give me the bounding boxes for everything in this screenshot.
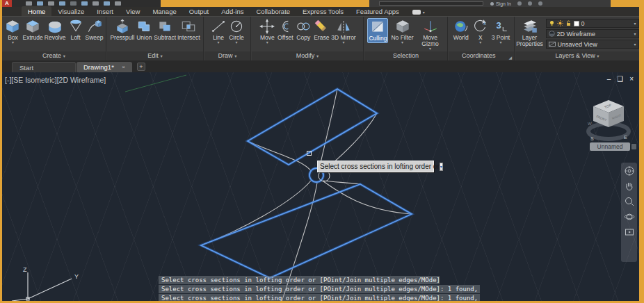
3-point-button[interactable]: 3 3 Point ▾	[491, 18, 510, 45]
qat-button[interactable]	[59, 1, 65, 6]
panel-selection-footer[interactable]: Selection	[364, 51, 447, 60]
tooltip-text: Select cross sections in lofting order o…	[320, 163, 440, 170]
intersect-button[interactable]: Intersect	[177, 18, 201, 42]
chevron-down-icon: ▾	[234, 54, 236, 58]
copy-button[interactable]: Copy	[294, 18, 312, 42]
offset-button[interactable]: Offset	[276, 18, 294, 42]
sign-in-button[interactable]: Sign In	[490, 1, 511, 6]
loft-button[interactable]: Loft	[67, 18, 85, 42]
chevron-down-icon: ▾	[634, 31, 636, 36]
infocenter-icon[interactable]	[517, 1, 522, 6]
viewcube-view-name[interactable]: Unnamed	[590, 142, 630, 151]
qat-button[interactable]	[81, 1, 88, 6]
tab-addins[interactable]: Add-ins	[215, 6, 250, 16]
close-tab-icon[interactable]: ×	[122, 64, 125, 70]
chevron-down-icon: ▾	[479, 41, 481, 44]
x-axis-icon: x	[472, 19, 489, 34]
compass-south-label[interactable]: S	[590, 136, 594, 141]
line-button[interactable]: Line ▾	[209, 18, 227, 45]
qat-button[interactable]	[37, 1, 43, 6]
infocenter-search-input[interactable]	[379, 1, 483, 6]
tab-start[interactable]: Start	[12, 62, 76, 72]
command-history-line[interactable]: Select cross sections in lofting order o…	[159, 294, 480, 301]
chevron-down-icon: ▾	[160, 54, 162, 58]
x-rotate-button[interactable]: x X ▾	[472, 18, 490, 45]
qat-button[interactable]	[48, 1, 54, 6]
tab-view[interactable]: View	[120, 6, 146, 16]
move-gizmo-button[interactable]: Move Gizmo ▾	[417, 18, 444, 51]
pan-hand-icon[interactable]	[624, 181, 635, 192]
tab-home[interactable]: Home	[22, 6, 51, 16]
panel-create: Box ▾ Extrude Revolve Loft Sweep	[2, 17, 106, 61]
infocenter-icon[interactable]	[528, 1, 532, 6]
layer-dropdown[interactable]: 0 ▾	[546, 19, 639, 28]
culling-button[interactable]: Culling	[367, 18, 388, 43]
world-ucs-button[interactable]: World	[452, 18, 470, 42]
qat-button[interactable]	[92, 1, 99, 6]
no-filter-button[interactable]: No Filter ▾	[390, 18, 414, 45]
layer-properties-button[interactable]: Layer Properties	[516, 18, 544, 48]
zoom-magnifier-icon[interactable]	[624, 196, 635, 207]
viewcube-menu-button[interactable]	[631, 144, 636, 149]
app-logo-icon[interactable]: A	[2, 0, 12, 7]
tab-output[interactable]: Output	[183, 6, 216, 16]
panel-modify-footer[interactable]: Modify ▾	[252, 51, 363, 60]
move-gizmo-label: Move Gizmo	[417, 35, 444, 47]
pickbox-cursor	[307, 151, 312, 156]
navigation-wheel-icon[interactable]	[624, 165, 635, 177]
tab-visualize[interactable]: Visualize	[51, 6, 90, 16]
panel-coordinates-footer[interactable]: Coordinates ◢	[449, 51, 514, 60]
close-icon[interactable]: ×	[629, 75, 634, 83]
3d-mirror-button[interactable]: 3D Mirror ▾	[330, 18, 356, 45]
revolve-label: Revolve	[45, 35, 66, 41]
sun-icon	[557, 20, 563, 26]
person-icon	[490, 2, 494, 6]
chevron-down-icon: ▾	[63, 54, 65, 58]
restore-icon[interactable]: ❑	[617, 75, 623, 83]
compass-west-label[interactable]: W	[588, 122, 592, 126]
panel-layers-view-footer[interactable]: Layers & View ▾	[515, 51, 639, 60]
qat-button[interactable]	[70, 1, 77, 6]
qat-button[interactable]	[104, 1, 110, 6]
viewport-controls-label[interactable]: [-][SE Isometric][2D Wireframe]	[5, 76, 106, 84]
selected-cross-sections[interactable]	[201, 89, 412, 278]
tab-express-tools[interactable]: Express Tools	[296, 6, 350, 16]
ribbon-display-toggle[interactable]: ▾	[412, 10, 425, 16]
subtract-button[interactable]: Subtract	[153, 18, 177, 42]
svg-text:3: 3	[496, 20, 501, 31]
union-button[interactable]: Union	[135, 18, 153, 42]
named-view-dropdown[interactable]: Unsaved View ▾	[546, 40, 639, 49]
panel-draw-footer[interactable]: Draw ▾	[204, 51, 250, 60]
showmotion-icon[interactable]	[624, 227, 635, 238]
box-button[interactable]: Box ▾	[3, 18, 22, 45]
chevron-down-icon: ▾	[423, 10, 425, 15]
visual-style-dropdown[interactable]: 2D Wireframe ▾	[546, 29, 639, 38]
model-viewport[interactable]: Z Y [-][SE Isometric][2D Wireframe] – ❑ …	[2, 72, 639, 301]
tooltip-options-button[interactable]: ▾	[440, 163, 443, 171]
qat-button[interactable]	[26, 1, 32, 6]
orbit-icon[interactable]	[624, 211, 635, 222]
erase-icon	[313, 19, 330, 34]
minimize-icon[interactable]: –	[607, 75, 611, 83]
erase-button[interactable]: Erase	[312, 18, 330, 42]
tab-drawing1[interactable]: Drawing1* ×	[77, 62, 132, 72]
qat-button[interactable]	[115, 1, 121, 6]
sweep-button[interactable]: Sweep	[85, 18, 104, 42]
command-history-line: Select cross sections in lofting order o…	[159, 276, 440, 284]
tab-collaborate[interactable]: Collaborate	[250, 6, 296, 16]
revolve-button[interactable]: Revolve	[44, 18, 67, 42]
extrude-button[interactable]: Extrude	[22, 18, 43, 42]
panel-create-footer[interactable]: Create ▾	[2, 51, 106, 60]
move-button[interactable]: Move ▾	[258, 18, 276, 45]
circle-button[interactable]: Circle ▾	[227, 18, 245, 45]
tab-featured-apps[interactable]: Featured Apps	[350, 6, 405, 16]
presspull-button[interactable]: Presspull	[109, 18, 135, 42]
help-icon[interactable]	[538, 1, 542, 6]
viewcube[interactable]: TOP FRONT RIGHT S E W	[586, 95, 631, 150]
lower-rectangle-section[interactable]	[201, 184, 412, 278]
tab-insert[interactable]: Insert	[90, 6, 120, 16]
tab-manage[interactable]: Manage	[146, 6, 182, 16]
new-drawing-button[interactable]: +	[137, 63, 145, 71]
compass-east-label[interactable]: E	[624, 135, 627, 140]
panel-edit-footer[interactable]: Edit ▾	[107, 51, 203, 60]
